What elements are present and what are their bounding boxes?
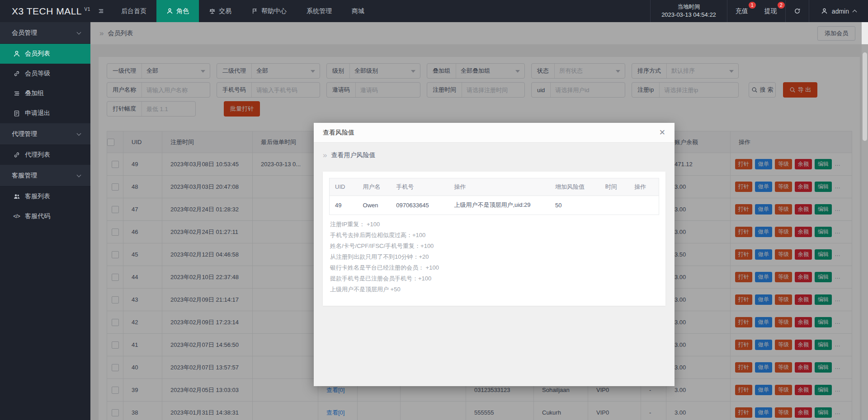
withdraw-button[interactable]: 提现 2: [756, 0, 785, 22]
modal-breadcrumb: » 查看用户风险值: [314, 143, 675, 160]
risk-cell-phone: 0970633645: [391, 196, 448, 215]
person-icon: [13, 50, 20, 57]
risk-data-row: 49 Owen 0970633645 上级用户不是顶层用户,uid:29 50: [330, 196, 659, 215]
navbar-right: 当地时间 2023-03-13 04:54:22 充值 1 提现 2 admin: [650, 0, 868, 22]
nav-item-trade[interactable]: 交易: [199, 0, 241, 22]
sidebar-item-member-level[interactable]: 会员等级: [0, 64, 90, 84]
people-icon: [13, 193, 20, 200]
sidebar-item-stack-group[interactable]: 叠加组: [0, 84, 90, 103]
sidebar-item-agent-list[interactable]: 代理列表: [0, 145, 90, 165]
modal-header: 查看风险值 ✕: [314, 123, 675, 143]
risk-cell-time: [600, 196, 629, 215]
nav-item-role[interactable]: 角色: [156, 0, 199, 22]
chevron-down-icon: [77, 131, 81, 135]
withdraw-badge: 2: [778, 2, 785, 9]
risk-rule-line: 银行卡姓名是平台已经注册的会员： +100: [330, 262, 659, 273]
risk-header-row: UID 用户名 手机号 操作 增加风险值 时间 操作: [330, 178, 659, 196]
scales-icon: [209, 8, 216, 14]
risk-rule-line: 提款手机号是已注册会员手机号：+100: [330, 273, 659, 284]
person-icon: [166, 8, 173, 14]
recharge-badge: 1: [749, 2, 756, 9]
hamburger-icon: [98, 8, 104, 14]
top-navbar: X3 TECH MALL V1 后台首页 角色 交易 帮助中心 系统管理 商城 …: [0, 0, 868, 22]
refresh-icon: [794, 8, 801, 14]
chevron-up-icon: [853, 10, 857, 14]
sidebar: 会员管理 会员列表 会员等级 叠加组 申请退出 代理管理 代理列表 客服管理 客…: [0, 22, 90, 420]
code-icon: </>: [13, 213, 20, 219]
nav-item-system[interactable]: 系统管理: [297, 0, 342, 22]
risk-cell-username: Owen: [358, 196, 391, 215]
risk-cell-uid: 49: [330, 196, 358, 215]
risk-cell-operation: 上级用户不是顶层用户,uid:29: [448, 196, 550, 215]
scrollbar-track[interactable]: [862, 22, 868, 420]
risk-rule-line: 手机号去掉后两位相似度过高：+100: [330, 230, 659, 241]
recharge-button[interactable]: 充值 1: [727, 0, 756, 22]
link-icon: [13, 151, 20, 159]
chevron-down-icon: [77, 173, 81, 177]
close-icon[interactable]: ✕: [659, 129, 665, 136]
nav-item-mall[interactable]: 商城: [342, 0, 374, 22]
nav-item-dashboard[interactable]: 后台首页: [111, 0, 156, 22]
risk-rules-list: 注册IP重复： +100 手机号去掉后两位相似度过高：+100 姓名/卡号/CP…: [329, 219, 659, 295]
list-icon: [13, 90, 20, 97]
app-logo: X3 TECH MALL V1: [0, 6, 90, 17]
risk-table: UID 用户名 手机号 操作 增加风险值 时间 操作 49 Owen 09706…: [330, 178, 659, 215]
modal-title: 查看风险值: [323, 129, 354, 137]
risk-rule-line: 姓名/卡号/CPF/IFSC/手机号重复：+100: [330, 241, 659, 252]
clipboard-icon: [13, 110, 20, 117]
refresh-button[interactable]: [786, 0, 809, 22]
risk-value-modal: 查看风险值 ✕ » 查看用户风险值 UID 用户名 手机号 操作 增加风险值: [314, 123, 675, 386]
sidebar-group-support-management[interactable]: 客服管理: [0, 165, 90, 187]
risk-card: UID 用户名 手机号 操作 增加风险值 时间 操作 49 Owen 09706…: [323, 172, 665, 306]
nav-item-help-center[interactable]: 帮助中心: [241, 0, 297, 22]
risk-rule-line: 从注册到出款只用了不到10分钟：+20: [330, 252, 659, 262]
sidebar-group-member-management[interactable]: 会员管理: [0, 22, 90, 44]
user-menu[interactable]: admin: [809, 0, 868, 22]
chevron-down-icon: [77, 30, 81, 34]
scrollbar-cap: [862, 22, 868, 44]
risk-cell-risk-added: 50: [550, 196, 600, 215]
risk-cell-op: [629, 196, 659, 215]
risk-rule-line: 上级用户不是顶层用户 +50: [330, 284, 659, 295]
sidebar-item-support-list[interactable]: 客服列表: [0, 187, 90, 206]
sidebar-item-member-list[interactable]: 会员列表: [0, 44, 90, 64]
person-icon: [821, 8, 828, 14]
local-time: 当地时间 2023-03-13 04:54:22: [651, 3, 727, 19]
risk-rule-line: 注册IP重复： +100: [330, 219, 659, 230]
link-icon: [13, 70, 20, 77]
sidebar-item-exit-request[interactable]: 申请退出: [0, 103, 90, 123]
sidebar-toggle-button[interactable]: [90, 0, 111, 22]
sidebar-item-support-code[interactable]: </> 客服代码: [0, 206, 90, 226]
scrollbar-thumb[interactable]: [863, 52, 867, 141]
sidebar-group-agent-management[interactable]: 代理管理: [0, 123, 90, 145]
flag-icon: [251, 8, 258, 14]
breadcrumb-icon: »: [323, 151, 327, 160]
